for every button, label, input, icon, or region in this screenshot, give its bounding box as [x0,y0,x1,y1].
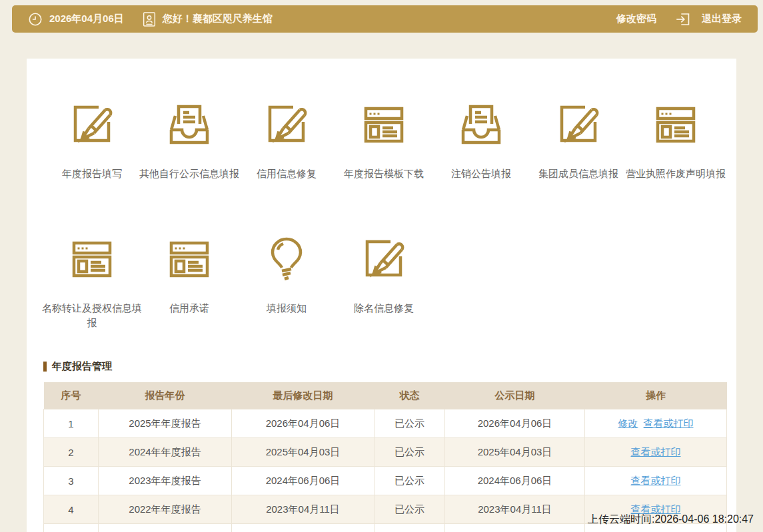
menu-item[interactable]: 名称转让及授权信息填报 [43,233,141,330]
menu-item[interactable]: 除名信息修复 [335,233,432,330]
table-cell-publish: 2025年04月03日 [445,438,585,467]
table-cell-publish: 2024年06月06日 [445,467,585,495]
table-cell-year: 2025年年度报告 [99,409,232,438]
table-cell-index: 2 [44,438,99,467]
table-cell-year: 2021年年度报告 [99,524,232,532]
action-link[interactable]: 查看或打印 [631,475,681,486]
table-cell-publish: 2026年04月06日 [445,409,585,438]
main-content-card: 年度报告填写其他自行公示信息填报信用信息修复年度报告模板下载注销公告填报集团成员… [27,59,736,532]
table-cell-modified: 2026年04月06日 [232,409,375,438]
menu-item-label: 其他自行公示信息填报 [135,166,243,181]
table-column-header: 报告年份 [99,382,232,409]
menu-item-label: 集团成员信息填报 [524,166,632,181]
table-cell-status: 已公示 [375,467,445,495]
table-cell-publish: 2022年05月12日 [445,524,585,532]
menu-item-label: 营业执照作废声明填报 [622,166,730,181]
menu-row-1: 年度报告填写其他自行公示信息填报信用信息修复年度报告模板下载注销公告填报集团成员… [43,99,726,181]
action-link[interactable]: 查看或打印 [631,446,681,457]
table-cell-status: 已公示 [375,495,445,524]
menu-item[interactable]: 信用信息修复 [238,99,335,181]
edit-square-icon [553,99,604,149]
edit-square-icon [359,233,409,284]
edit-square-icon [261,99,312,149]
table-cell-index: 3 [44,467,99,495]
menu-item-label: 注销公告填报 [427,166,535,181]
menu-item[interactable]: 填报须知 [238,233,335,330]
menu-item[interactable]: 注销公告填报 [432,99,530,181]
table-cell-index: 5 [44,524,99,532]
menu-item[interactable]: 营业执照作废声明填报 [627,99,724,181]
table-column-header: 最后修改日期 [232,382,375,409]
table-cell-modified: 2023年04月11日 [232,495,375,524]
action-link[interactable]: 修改 [618,417,638,429]
table-column-header: 序号 [44,382,99,409]
menu-item-label: 名称转让及授权信息填报 [38,301,146,330]
section-title-text: 年度报告管理 [52,360,112,373]
inbox-document-icon [164,99,215,149]
table-cell-modified: 2025年04月03日 [232,438,375,467]
clock-icon [28,12,43,27]
table-cell-publish: 2023年04月11日 [445,495,585,524]
table-cell-actions: 查看或打印 [585,467,727,495]
table-column-header: 状态 [375,382,445,409]
section-title-bar [43,362,47,372]
menu-item[interactable]: 年度报告模板下载 [335,99,432,181]
table-row: 22024年年度报告2025年04月03日已公示2025年04月03日查看或打印 [44,438,727,467]
edit-square-icon [67,99,117,149]
table-cell-year: 2022年年度报告 [99,495,232,524]
table-row: 32023年年度报告2024年06月06日已公示2024年06月06日查看或打印 [44,467,727,495]
menu-item[interactable]: 集团成员信息填报 [530,99,627,181]
annual-report-section-header: 年度报告管理 [43,360,726,373]
table-cell-modified: 2024年06月06日 [232,467,375,495]
current-date: 2026年04月06日 [49,13,124,25]
menu-item-label: 信用信息修复 [233,166,341,181]
menu-item[interactable]: 年度报告填写 [43,99,141,181]
logout-icon[interactable] [675,11,691,27]
table-cell-year: 2023年年度报告 [99,467,232,495]
table-column-header: 公示日期 [445,382,585,409]
table-cell-modified: 2022年05月12日 [232,524,375,532]
topbar-left: 2026年04月06日 您好！襄都区咫尺养生馆 [28,11,273,27]
table-cell-status: 已公示 [375,438,445,467]
upload-time-overlay: 上传云端时间:2026-04-06 18:20:47 [588,513,754,527]
table-cell-index: 1 [44,409,99,438]
table-cell-year: 2024年年度报告 [99,438,232,467]
table-cell-status: 已公示 [375,524,445,532]
change-password-link[interactable]: 修改密码 [616,13,656,25]
table-row: 12025年年度报告2026年04月06日已公示2026年04月06日修改查看或… [44,409,727,438]
lightbulb-icon [261,233,312,284]
browser-window-icon [650,99,701,149]
menu-item[interactable]: 其他自行公示信息填报 [141,99,238,181]
table-cell-actions: 查看或打印 [585,438,727,467]
menu-item-label: 填报须知 [233,301,341,316]
topbar-right: 修改密码 退出登录 [616,11,742,27]
menu-item-label: 除名信息修复 [330,301,438,316]
menu-item-label: 年度报告模板下载 [330,166,438,181]
table-cell-index: 4 [44,495,99,524]
menu-item[interactable]: 信用承诺 [141,233,238,330]
table-cell-status: 已公示 [375,409,445,438]
browser-window-icon [359,99,409,149]
logout-link[interactable]: 退出登录 [702,13,742,25]
menu-item-label: 信用承诺 [135,301,243,316]
user-greeting: 您好！襄都区咫尺养生馆 [163,13,273,25]
browser-window-icon [164,233,215,284]
table-column-header: 操作 [585,382,727,409]
inbox-document-icon [456,99,506,149]
action-link[interactable]: 查看或打印 [644,417,694,429]
browser-window-icon [67,233,117,284]
menu-row-2: 名称转让及授权信息填报信用承诺填报须知除名信息修复 [43,233,726,330]
top-bar: 2026年04月06日 您好！襄都区咫尺养生馆 修改密码 退出登录 [12,5,758,33]
menu-item-label: 年度报告填写 [38,166,146,181]
annual-report-table: 序号报告年份最后修改日期状态公示日期操作 12025年年度报告2026年04月0… [43,382,727,532]
table-cell-actions: 修改查看或打印 [585,409,727,438]
table-header-row: 序号报告年份最后修改日期状态公示日期操作 [44,382,727,409]
user-id-card-icon [143,11,156,27]
